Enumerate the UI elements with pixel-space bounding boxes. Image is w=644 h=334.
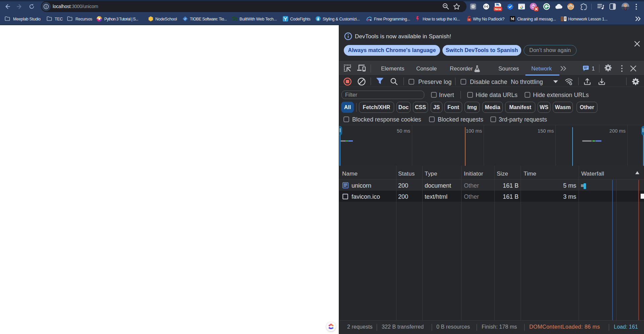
svg-text:M: M — [511, 17, 515, 21]
svg-text:New: New — [495, 7, 501, 11]
